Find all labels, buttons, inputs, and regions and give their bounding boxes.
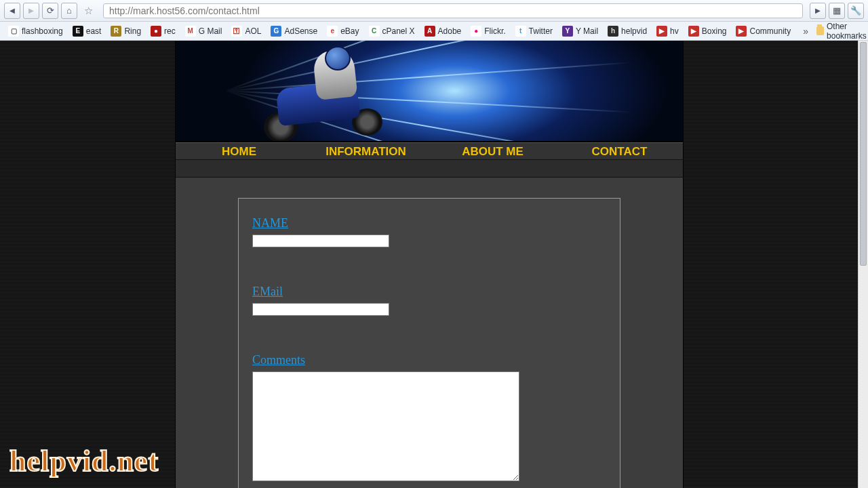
contact-form: NAME EMail Comments Send Email Clear [238,198,620,488]
email-input[interactable] [252,303,389,316]
bookmark-item[interactable]: ▶Community [732,24,795,38]
bookmark-label: Boxing [702,26,727,36]
bookmarks-bar: ▢flashboxingEeastRRing●recMG Mail⚿AOLGAd… [0,22,868,41]
bookmark-label: cPanel X [382,26,415,36]
bookmark-favicon: R [111,26,121,37]
bookmark-item[interactable]: CcPanel X [365,24,419,38]
bookmark-label: Flickr. [484,26,505,36]
page-viewport: HOMEINFORMATIONABOUT MECONTACT NAME EMai… [0,41,868,488]
bookmark-label: Twitter [529,26,553,36]
page-menu-button[interactable]: ▦ [829,3,845,19]
name-label: NAME [252,216,606,230]
bookmark-label: eBay [340,26,359,36]
bookmark-item[interactable]: AAdobe [420,24,466,38]
home-button[interactable]: ⌂ [61,3,77,19]
bookmark-item[interactable]: RRing [106,24,145,38]
motorcycle-image [250,47,399,142]
bookmark-star-icon[interactable]: ☆ [80,3,96,19]
bookmark-item[interactable]: ●Flickr. [467,24,509,38]
bookmark-favicon: ● [151,26,161,37]
bookmark-favicon: G [271,26,281,37]
bookmark-favicon: ▶ [688,26,699,37]
bookmark-favicon: h [608,26,618,37]
bookmark-label: Y Mail [576,26,598,36]
bookmark-favicon: E [73,26,83,37]
nav-item-contact[interactable]: CONTACT [556,143,683,159]
bookmark-favicon: ▶ [656,26,667,37]
comments-textarea[interactable] [252,371,519,481]
comments-label: Comments [252,353,606,367]
header-banner [176,41,683,142]
bookmark-label: AOL [245,26,261,36]
bookmark-label: east [86,26,102,36]
site-container: HOMEINFORMATIONABOUT MECONTACT NAME EMai… [175,41,684,488]
bookmark-label: Ring [124,26,141,36]
main-nav: HOMEINFORMATIONABOUT MECONTACT [176,142,683,160]
other-bookmarks-label: Other bookmarks [827,22,868,41]
address-bar[interactable]: http://mark.host56.com/contact.html [103,3,803,18]
bookmark-favicon: ⚿ [231,26,242,37]
wrench-menu-button[interactable]: 🔧 [848,3,864,19]
reload-button[interactable]: ⟳ [42,3,58,19]
bookmark-favicon: ▶ [736,26,747,37]
bookmark-label: flashboxing [22,26,63,36]
bookmark-label: Adobe [438,26,462,36]
bookmark-item[interactable]: GAdSense [267,24,321,38]
bookmark-label: G Mail [199,26,222,36]
bookmark-favicon: ▢ [8,26,19,37]
bookmark-item[interactable]: ●rec [146,24,180,38]
scrollbar-thumb[interactable] [860,42,867,266]
name-input[interactable] [252,235,389,247]
bookmark-item[interactable]: eeBay [323,24,363,38]
bookmarks-overflow-icon[interactable]: » [796,26,815,37]
email-label: EMail [252,285,606,299]
folder-icon [816,26,824,35]
nav-item-home[interactable]: HOME [176,143,302,159]
bookmark-item[interactable]: Eeast [68,24,106,38]
browser-toolbar: ◄ ► ⟳ ⌂ ☆ http://mark.host56.com/contact… [0,0,868,22]
bookmark-item[interactable]: ▢flashboxing [4,24,67,38]
content-area: NAME EMail Comments Send Email Clear [176,178,683,488]
bookmark-favicon: ● [471,26,481,37]
bookmark-label: hv [670,26,679,36]
bookmark-favicon: e [327,26,338,37]
bookmark-favicon: Y [562,26,573,37]
play-button[interactable]: ► [810,3,826,19]
bookmark-item[interactable]: hhelpvid [604,24,651,38]
nav-item-about-me[interactable]: ABOUT ME [429,143,556,159]
bookmark-favicon: t [515,26,526,37]
sub-nav-bar [176,160,683,178]
other-bookmarks[interactable]: Other bookmarks [816,22,868,41]
bookmark-favicon: C [369,26,380,37]
bookmark-item[interactable]: YY Mail [558,24,602,38]
watermark-text: helpvid.net [9,444,159,479]
bookmark-label: AdSense [284,26,317,36]
bookmark-item[interactable]: ▶hv [652,24,683,38]
bookmark-item[interactable]: MG Mail [181,24,226,38]
bookmark-favicon: M [185,26,196,37]
bookmark-item[interactable]: ▶Boxing [684,24,731,38]
bookmark-item[interactable]: tTwitter [511,24,557,38]
forward-button[interactable]: ► [23,3,39,19]
vertical-scrollbar[interactable] [858,41,868,488]
bookmark-favicon: A [425,26,435,37]
back-button[interactable]: ◄ [4,3,20,19]
bookmark-label: Community [749,26,791,36]
nav-item-information[interactable]: INFORMATION [302,143,429,159]
bookmark-label: rec [164,26,176,36]
bookmark-item[interactable]: ⚿AOL [227,24,265,38]
bookmark-label: helpvid [621,26,647,36]
